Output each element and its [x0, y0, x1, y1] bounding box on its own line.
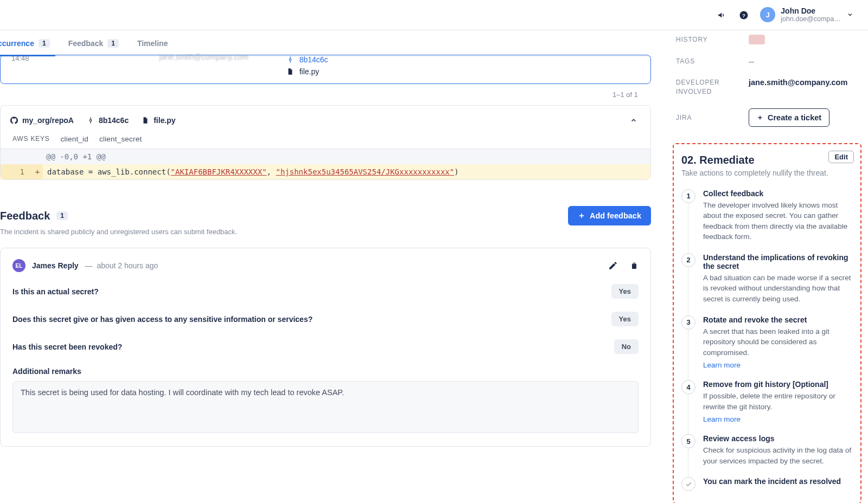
app-header: ? J John Doe john.doe@compa… — [0, 0, 868, 30]
remediate-steps: 1 Collect feedback The developer involve… — [681, 189, 853, 492]
tab-feedback[interactable]: Feedback 1 — [68, 30, 119, 56]
tab-label: ccurrence — [0, 39, 34, 48]
remediate-step: 1 Collect feedback The developer involve… — [681, 189, 853, 242]
remediate-step-resolved: You can mark the incident as resolved — [681, 477, 853, 491]
remediate-edit-button[interactable]: Edit — [828, 151, 854, 163]
tab-count: 1 — [39, 39, 50, 48]
user-email: john.doe@compa… — [781, 15, 841, 23]
step-desc: A bad situation can be made worse if a s… — [703, 273, 853, 305]
diff-view: @@ -0,0 +1 @@ 1 + database = aws_lib.con… — [1, 149, 650, 179]
tab-label: Timeline — [137, 39, 168, 48]
feedback-time: about 2 hours ago — [97, 261, 158, 270]
side-row-history: HISTORY — [676, 35, 861, 44]
repo-name: my_org/repoA — [22, 116, 74, 125]
button-label: Add feedback — [590, 211, 641, 220]
detail-tabs: ccurrence 1 Feedback 1 Timeline — [0, 30, 651, 56]
user-menu[interactable]: J John Doe john.doe@compa… — [760, 7, 854, 24]
learn-more-link[interactable]: Learn more — [703, 361, 853, 369]
qa-answer: No — [614, 339, 639, 354]
feedback-author: James Reply — [32, 261, 79, 270]
pager: 1–1 of 1 — [0, 91, 638, 99]
repo-crumb[interactable]: my_org/repoA — [10, 116, 74, 125]
help-icon[interactable]: ? — [738, 10, 749, 21]
code-secret-1: "AKIAF6BBFJKR4XXXXXX" — [171, 167, 267, 176]
remediate-subtitle: Take actions to completely nullify the t… — [681, 169, 853, 177]
occurrence-card[interactable]: 14:48 jane.smith@company.com 8b14c6c fil… — [0, 55, 651, 84]
qa-question: Does this secret give or has given acces… — [12, 315, 312, 324]
file-icon — [142, 117, 149, 124]
code-mid: , — [267, 167, 276, 176]
commit-sha: 8b14c6c — [99, 116, 129, 125]
chip-client-id: client_id — [61, 135, 88, 143]
side-row-developer: DEVELOPER INVOLVED jane.smith@company.co… — [676, 78, 861, 96]
feedback-count: 1 — [56, 211, 68, 220]
feedback-title: Feedback — [0, 210, 50, 222]
diff-lineno: 1 — [1, 164, 32, 179]
remediate-step: 2 Understand the implications of revokin… — [681, 253, 853, 305]
feedback-qa: Is this an actual secret? Yes Does this … — [12, 284, 639, 354]
step-number: 1 — [681, 189, 695, 203]
side-row-jira: JIRA Create a ticket — [676, 108, 861, 127]
code-prefix: database = aws_lib.connect( — [47, 167, 171, 176]
svg-point-2 — [289, 59, 291, 61]
svg-text:?: ? — [742, 12, 745, 18]
remediate-step: 3 Rotate and revoke the secret A secret … — [681, 315, 853, 370]
commit-crumb[interactable]: 8b14c6c — [87, 116, 129, 125]
side-value: jane.smith@company.com — [749, 78, 847, 87]
feedback-subtitle: The incident is shared publicly and unre… — [0, 228, 651, 236]
qa-question: Has this secret been revoked? — [12, 343, 122, 351]
step-title: Understand the implications of revoking … — [703, 253, 853, 270]
step-number: 3 — [681, 315, 695, 330]
tab-count: 1 — [107, 39, 119, 48]
collapse-toggle[interactable] — [627, 113, 641, 127]
qa-question: Is this an actual secret? — [12, 287, 99, 296]
step-title: Rotate and revoke the secret — [703, 315, 853, 324]
learn-more-link[interactable]: Learn more — [703, 415, 853, 423]
tab-label: Feedback — [68, 39, 104, 48]
remediate-title: 02. Remediate — [681, 154, 853, 166]
announce-icon[interactable] — [717, 10, 727, 21]
step-desc: Check for suspicious activity in the log… — [703, 445, 853, 466]
feedback-avatar: EL — [12, 259, 25, 272]
button-label: Create a ticket — [768, 113, 821, 122]
qa-answer: Yes — [611, 284, 639, 299]
step-title: You can mark the incident as resolved — [703, 477, 841, 486]
main-content: ccurrence 1 Feedback 1 Timeline 14:48 ja… — [0, 30, 673, 503]
remarks-box: This secret is being used for data hosti… — [12, 381, 639, 433]
edit-icon[interactable] — [608, 261, 618, 270]
commit-icon — [286, 56, 294, 63]
commit-icon — [87, 117, 94, 124]
feedback-card: EL James Reply — about 2 hours ago Is th… — [0, 248, 651, 447]
chip-client-secret: client_secret — [99, 135, 142, 143]
side-key: TAGS — [676, 57, 736, 65]
remediate-panel: Edit 02. Remediate Take actions to compl… — [673, 143, 861, 503]
diff-code: database = aws_lib.connect("AKIAF6BBFJKR… — [43, 164, 650, 179]
add-feedback-button[interactable]: Add feedback — [568, 206, 651, 225]
side-panel: HISTORY TAGS – DEVELOPER INVOLVED jane.s… — [673, 30, 868, 503]
create-ticket-button[interactable]: Create a ticket — [749, 108, 829, 127]
step-title: Collect feedback — [703, 189, 853, 198]
diff-hunk: @@ -0,0 +1 @@ — [1, 149, 650, 164]
step-number: 2 — [681, 253, 695, 267]
svg-point-5 — [90, 119, 92, 121]
occurrence-commit: 8b14c6c — [299, 55, 328, 64]
step-title: Remove from git history [Optional] — [703, 380, 853, 389]
side-key: HISTORY — [676, 36, 736, 43]
tab-occurrence[interactable]: ccurrence 1 — [0, 30, 50, 56]
side-value-empty: – — [749, 56, 754, 66]
qa-row: Has this secret been revoked? No — [12, 339, 639, 354]
qa-row: Is this an actual secret? Yes — [12, 284, 639, 299]
remarks-text: This secret is being used for data hosti… — [21, 388, 344, 397]
history-badge — [749, 35, 765, 44]
qa-answer: Yes — [611, 312, 639, 326]
file-crumb[interactable]: file.py — [142, 116, 175, 125]
code-card: my_org/repoA 8b14c6c file.py — [0, 105, 651, 180]
github-icon — [10, 117, 18, 124]
check-icon — [681, 477, 695, 491]
step-desc: The developer involved likely knows most… — [703, 200, 853, 242]
delete-icon[interactable] — [630, 261, 639, 270]
tab-timeline[interactable]: Timeline — [137, 30, 168, 56]
user-name: John Doe — [781, 7, 841, 16]
code-secret-2: "hjshnk5ex5u34565AVS254/JKGxxxxxxxxxxx" — [276, 167, 454, 176]
step-desc: If possible, delete the entire repositor… — [703, 391, 853, 412]
